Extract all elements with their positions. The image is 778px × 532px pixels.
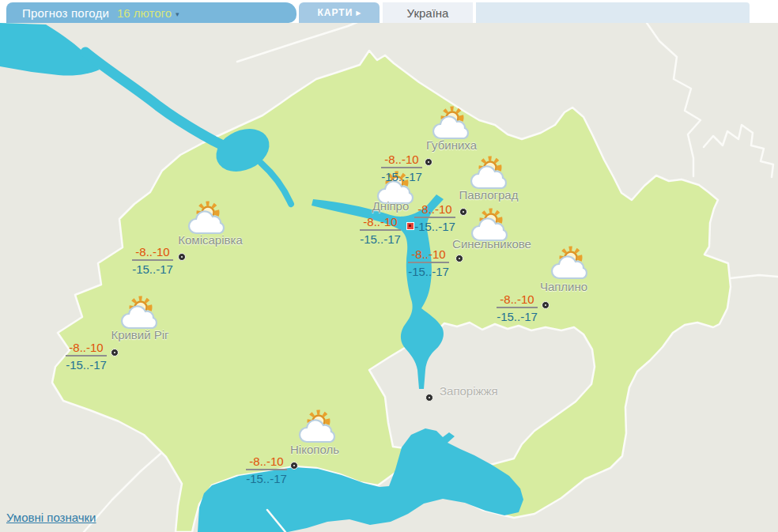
header-bar: Прогноз погоди 16 лютого ▾ xyxy=(6,2,296,23)
partly-cloudy-icon xyxy=(297,409,338,446)
city-label-pavlohrad[interactable]: Павлоград xyxy=(459,188,519,202)
date-selector[interactable]: 16 лютого ▾ xyxy=(117,6,179,20)
night-temp: -15..-17 xyxy=(132,261,173,276)
night-temp: -15..-17 xyxy=(66,357,107,372)
day-temp: -8..-10 xyxy=(66,341,107,357)
arrow-right-icon: ▶ xyxy=(356,9,361,17)
maps-button[interactable]: КАРТИ ▶ xyxy=(299,2,380,23)
partly-cloudy-icon xyxy=(431,106,472,142)
day-temp: -8..-10 xyxy=(360,215,401,231)
page-title: Прогноз погоди xyxy=(22,6,109,20)
chevron-down-icon: ▾ xyxy=(176,10,179,18)
tab-ukraine-label: Україна xyxy=(407,6,449,20)
temps-kryvyi-rih: -8..-10-15..-17 xyxy=(66,341,107,372)
day-temp: -8..-10 xyxy=(132,245,173,261)
city-label-synelnykove[interactable]: Синельникове xyxy=(452,237,531,251)
day-temp: -8..-10 xyxy=(408,247,449,263)
city-label-dnipro[interactable]: Дніпро xyxy=(372,199,410,213)
city-marker-chaplyno[interactable] xyxy=(542,301,550,309)
temps-synelnykove: -8..-10-15..-17 xyxy=(408,247,449,278)
night-temp: -15..-17 xyxy=(381,168,422,183)
day-temp: -8..-10 xyxy=(414,202,455,218)
night-temp: -15..-17 xyxy=(414,218,455,233)
city-marker-kryvyi-rih[interactable] xyxy=(111,349,119,357)
city-label-komisarivka[interactable]: Комісарівка xyxy=(178,233,242,247)
city-marker-zaporizhzhia[interactable] xyxy=(425,394,433,402)
forecast-map xyxy=(0,0,778,532)
city-label-nikopol[interactable]: Нікополь xyxy=(290,443,339,456)
city-marker-synelnykove[interactable] xyxy=(455,255,463,262)
date-label: 16 лютого xyxy=(117,6,172,20)
temps-nikopol: -8..-10-15..-17 xyxy=(246,455,287,485)
temps-hubynykha: -8..-10-15..-17 xyxy=(381,153,422,183)
temps-pavlohrad: -8..-10-15..-17 xyxy=(414,202,455,233)
day-temp: -8..-10 xyxy=(246,455,287,470)
city-label-kryvyi-rih[interactable]: Кривий Ріг xyxy=(111,328,168,341)
tab-ukraine[interactable]: Україна xyxy=(383,2,473,23)
day-temp: -8..-10 xyxy=(497,292,538,308)
night-temp: -15..-17 xyxy=(497,308,538,323)
night-temp: -15..-17 xyxy=(408,263,449,278)
partly-cloudy-icon xyxy=(187,201,228,237)
tabbar-background xyxy=(476,2,750,23)
city-marker-komisarivka[interactable] xyxy=(178,253,186,261)
temps-dnipro: -8..-10-15..-17 xyxy=(360,215,401,246)
maps-button-label: КАРТИ xyxy=(318,7,353,18)
partly-cloudy-icon xyxy=(550,246,591,282)
city-marker-nikopol[interactable] xyxy=(290,462,298,470)
city-label-zaporizhzhia[interactable]: Запоріжжя xyxy=(440,384,498,398)
partly-cloudy-icon xyxy=(469,156,510,192)
capital-marker-dnipro[interactable] xyxy=(406,222,414,230)
night-temp: -15..-17 xyxy=(246,470,287,485)
city-label-hubynykha[interactable]: Губиниха xyxy=(426,138,477,152)
city-marker-hubynykha[interactable] xyxy=(425,158,432,166)
day-temp: -8..-10 xyxy=(381,153,422,168)
city-label-chaplyno[interactable]: Чаплино xyxy=(540,280,587,293)
weather-map-page: Прогноз погоди 16 лютого ▾ КАРТИ ▶ Украї… xyxy=(0,0,778,532)
temps-chaplyno: -8..-10-15..-17 xyxy=(497,292,538,323)
legend-link[interactable]: Умовні позначки xyxy=(6,511,96,524)
partly-cloudy-icon xyxy=(119,296,161,332)
city-marker-pavlohrad[interactable] xyxy=(459,208,467,216)
night-temp: -15..-17 xyxy=(360,231,401,246)
temps-komisarivka: -8..-10-15..-17 xyxy=(132,245,173,276)
